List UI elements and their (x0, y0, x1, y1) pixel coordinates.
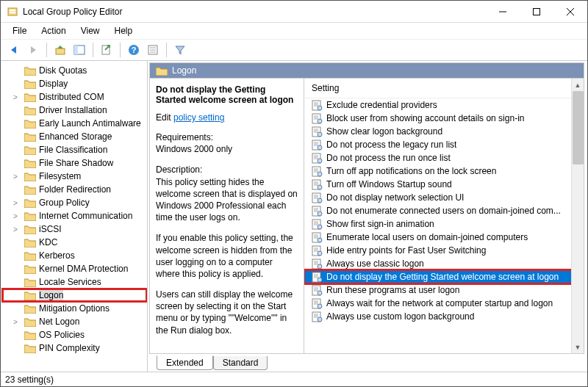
tree-item[interactable]: Kerberos (2, 249, 147, 262)
list-item[interactable]: Always use custom logon background (304, 310, 584, 323)
edit-policy-link[interactable]: policy setting (173, 112, 224, 123)
tree-item[interactable]: >Distributed COM (2, 90, 147, 104)
toolbar-separator (46, 43, 47, 57)
help-button[interactable]: ? (125, 41, 143, 59)
tab-standard[interactable]: Standard (213, 356, 268, 370)
tree-item-label: Early Launch Antimalware (39, 118, 141, 129)
tree-item[interactable]: PIN Complexity (2, 341, 147, 355)
menu-view[interactable]: View (74, 24, 107, 37)
forward-button[interactable] (24, 41, 42, 59)
description-pane: Do not display the Getting Started welco… (150, 79, 304, 353)
tree-item-label: File Share Shadow (39, 158, 113, 168)
tree-item[interactable]: OS Policies (2, 328, 147, 341)
tree-item[interactable]: Logon (2, 289, 147, 302)
tree-item[interactable]: Early Launch Antimalware (2, 117, 147, 130)
folder-icon (24, 172, 36, 181)
back-button[interactable] (5, 41, 23, 59)
folder-icon (24, 291, 36, 300)
toolbar-separator (93, 43, 93, 57)
list-item-label: Always use classic logon (326, 258, 424, 269)
tab-extended[interactable]: Extended (157, 355, 213, 370)
folder-icon (24, 132, 36, 142)
details-pane: Logon Do not display the Getting Started… (148, 61, 587, 372)
list-item[interactable]: Block user from showing account details … (304, 112, 584, 125)
menu-help[interactable]: Help (107, 24, 140, 37)
svg-point-36 (318, 145, 322, 150)
close-button[interactable] (553, 1, 587, 22)
list-item[interactable]: Exclude credential providers (304, 98, 584, 112)
status-text: 23 setting(s) (5, 375, 54, 385)
expander-icon[interactable]: > (11, 225, 20, 234)
list-item[interactable]: Do not enumerate connected users on doma… (304, 204, 584, 217)
scroll-down-button[interactable]: ▼ (572, 341, 584, 353)
tree-item[interactable]: >Internet Communication (2, 209, 147, 223)
tree-item-label: File Classification (39, 145, 107, 155)
list-item[interactable]: Always use classic logon (304, 257, 584, 270)
list-item[interactable]: Show clear logon background (304, 125, 584, 138)
folder-icon (24, 185, 36, 195)
list-item[interactable]: Turn off Windows Startup sound (304, 178, 584, 191)
scroll-up-button[interactable]: ▲ (572, 79, 584, 91)
tree-item[interactable]: Mitigation Options (2, 302, 147, 315)
app-icon (7, 6, 18, 18)
tree-item[interactable]: Driver Installation (2, 104, 147, 117)
expander-icon[interactable]: > (11, 173, 20, 181)
toolbar: ? (1, 39, 587, 61)
policy-icon (312, 245, 323, 256)
list-item[interactable]: Do not display network selection UI (304, 191, 584, 204)
policy-icon (312, 192, 323, 203)
folder-icon (156, 66, 168, 76)
tree-item[interactable]: Kernel DMA Protection (2, 262, 147, 275)
list-item[interactable]: Enumerate local users on domain-joined c… (304, 231, 584, 244)
description-label: Description: (156, 164, 298, 176)
column-header-setting[interactable]: Setting (304, 79, 584, 98)
menu-action[interactable]: Action (34, 24, 73, 37)
tree-pane[interactable]: Disk QuotasDisplay>Distributed COMDriver… (1, 61, 148, 372)
tree-item[interactable]: KDC (2, 236, 147, 249)
export-button[interactable] (98, 41, 115, 59)
show-hide-tree-button[interactable] (71, 41, 88, 59)
tree-item[interactable]: >Net Logon (2, 315, 147, 328)
list-item[interactable]: Do not display the Getting Started welco… (304, 270, 584, 283)
policy-icon (312, 179, 323, 190)
minimize-button[interactable] (486, 1, 520, 22)
tree-item-label: Internet Communication (39, 211, 132, 221)
tree-item[interactable]: >Group Policy (2, 196, 147, 209)
vertical-scrollbar[interactable]: ▲ ▼ (571, 79, 584, 353)
list-item[interactable]: Show first sign-in animation (304, 217, 584, 231)
tree-item[interactable]: File Classification (2, 143, 147, 156)
expander-icon[interactable]: > (11, 318, 20, 326)
tree-item[interactable]: Display (2, 77, 147, 90)
list-item-label: Show clear logon background (326, 126, 442, 137)
menu-bar: File Action View Help (1, 23, 587, 39)
up-button[interactable] (51, 41, 69, 59)
maximize-button[interactable] (520, 1, 553, 22)
tree-item[interactable]: >iSCSI (2, 223, 147, 236)
tree-item-label: Kerberos (39, 250, 75, 261)
tree-item[interactable]: File Share Shadow (2, 156, 147, 170)
menu-file[interactable]: File (5, 24, 34, 37)
expander-icon[interactable]: > (11, 93, 20, 101)
list-item[interactable]: Turn off app notifications on the lock s… (304, 164, 584, 178)
expander-icon[interactable]: > (11, 199, 20, 207)
policy-icon (312, 219, 323, 230)
tree-item[interactable]: Locale Services (2, 275, 147, 289)
tree-item[interactable]: Folder Redirection (2, 183, 147, 196)
list-item[interactable]: Hide entry points for Fast User Switchin… (304, 244, 584, 257)
folder-icon (24, 66, 36, 76)
tree-item[interactable]: Enhanced Storage (2, 130, 147, 143)
filter-button[interactable] (171, 41, 189, 59)
scroll-thumb[interactable] (573, 91, 584, 164)
description-section: Description: This policy setting hides t… (156, 164, 298, 223)
expander-icon[interactable]: > (11, 212, 20, 220)
tree-item[interactable]: >Filesystem (2, 170, 147, 183)
tree-item[interactable]: Disk Quotas (2, 64, 147, 77)
split-panes: Do not display the Getting Started welco… (149, 79, 584, 354)
list-item[interactable]: Do not process the run once list (304, 151, 584, 164)
list-item[interactable]: Always wait for the network at computer … (304, 297, 584, 310)
list-item-label: Do not process the legacy run list (326, 140, 456, 150)
list-item[interactable]: Run these programs at user logon (304, 283, 584, 297)
list-item[interactable]: Do not process the legacy run list (304, 138, 584, 151)
svg-rect-4 (534, 8, 540, 15)
properties-button[interactable] (144, 41, 162, 59)
